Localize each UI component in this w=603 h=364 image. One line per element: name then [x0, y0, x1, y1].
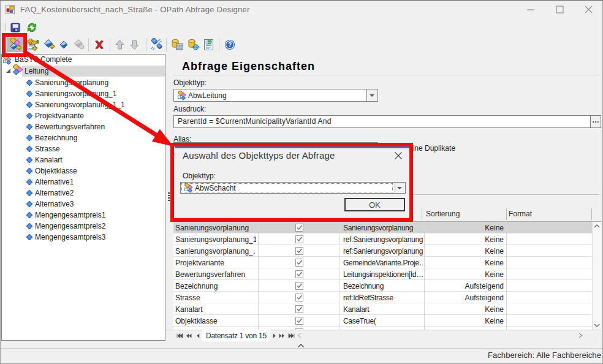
svg-text:?: ? [228, 42, 232, 48]
